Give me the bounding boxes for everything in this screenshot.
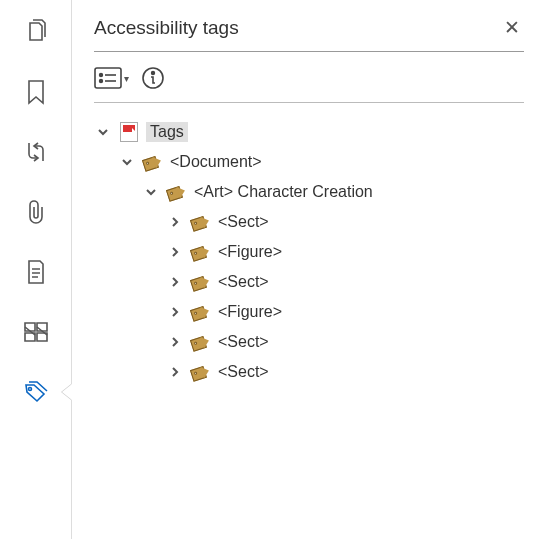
chevron-down-icon[interactable] bbox=[118, 156, 136, 168]
rail-bookmark-icon[interactable] bbox=[22, 78, 50, 106]
tree-node-document[interactable]: <Document> bbox=[94, 147, 524, 177]
tree-node-label[interactable]: <Sect> bbox=[218, 363, 269, 381]
chevron-right-icon[interactable] bbox=[166, 276, 184, 288]
tag-icon bbox=[190, 242, 212, 262]
svg-point-7 bbox=[152, 72, 155, 75]
accessibility-tags-panel: Accessibility tags ✕ ▾ Tags <Document> bbox=[72, 0, 538, 539]
options-caret-icon: ▾ bbox=[124, 73, 129, 84]
chevron-right-icon[interactable] bbox=[166, 306, 184, 318]
tree-node-label[interactable]: <Sect> bbox=[218, 273, 269, 291]
chevron-right-icon[interactable] bbox=[166, 336, 184, 348]
chevron-down-icon[interactable] bbox=[142, 186, 160, 198]
options-menu-button[interactable]: ▾ bbox=[94, 67, 129, 89]
info-button[interactable] bbox=[141, 66, 165, 90]
chevron-right-icon[interactable] bbox=[166, 246, 184, 258]
pdf-icon bbox=[118, 122, 140, 142]
tag-icon bbox=[190, 212, 212, 232]
tree-node-label[interactable]: <Figure> bbox=[218, 243, 282, 261]
svg-point-2 bbox=[100, 74, 103, 77]
tree-node[interactable]: <Sect> bbox=[94, 267, 524, 297]
close-button[interactable]: ✕ bbox=[500, 14, 524, 41]
tag-icon bbox=[190, 332, 212, 352]
rail-stamps-icon[interactable] bbox=[22, 318, 50, 346]
sidebar-rail bbox=[0, 0, 72, 539]
chevron-right-icon[interactable] bbox=[166, 216, 184, 228]
tree-node-label[interactable]: <Document> bbox=[170, 153, 262, 171]
tag-icon bbox=[166, 182, 188, 202]
tree-node-label[interactable]: <Sect> bbox=[218, 213, 269, 231]
svg-point-4 bbox=[100, 80, 103, 83]
panel-toolbar: ▾ bbox=[94, 52, 524, 103]
tree-node[interactable]: <Figure> bbox=[94, 237, 524, 267]
tree-node-label[interactable]: <Sect> bbox=[218, 333, 269, 351]
rail-attachment-icon[interactable] bbox=[22, 198, 50, 226]
tag-icon bbox=[190, 362, 212, 382]
tree-node[interactable]: <Figure> bbox=[94, 297, 524, 327]
chevron-down-icon[interactable] bbox=[94, 126, 112, 138]
tree-root-node[interactable]: Tags bbox=[94, 117, 524, 147]
tree-node-label[interactable]: <Art> Character Creation bbox=[194, 183, 373, 201]
tag-icon bbox=[190, 302, 212, 322]
tag-icon bbox=[142, 152, 164, 172]
tree-node[interactable]: <Sect> bbox=[94, 207, 524, 237]
tree-node-art[interactable]: <Art> Character Creation bbox=[94, 177, 524, 207]
chevron-right-icon[interactable] bbox=[166, 366, 184, 378]
tree-node[interactable]: <Sect> bbox=[94, 357, 524, 387]
rail-reorder-icon[interactable] bbox=[22, 138, 50, 166]
tag-icon bbox=[190, 272, 212, 292]
tree-node[interactable]: <Sect> bbox=[94, 327, 524, 357]
tree-node-label[interactable]: <Figure> bbox=[218, 303, 282, 321]
tags-tree: Tags <Document> <Art> Character Creation… bbox=[94, 117, 524, 387]
panel-title: Accessibility tags bbox=[94, 17, 239, 39]
rail-pages-icon[interactable] bbox=[22, 18, 50, 46]
svg-point-0 bbox=[28, 388, 31, 391]
rail-content-icon[interactable] bbox=[22, 258, 50, 286]
svg-rect-1 bbox=[95, 68, 121, 88]
tree-root-label[interactable]: Tags bbox=[146, 122, 188, 142]
rail-tags-icon[interactable] bbox=[22, 378, 50, 406]
panel-header: Accessibility tags ✕ bbox=[94, 14, 524, 52]
